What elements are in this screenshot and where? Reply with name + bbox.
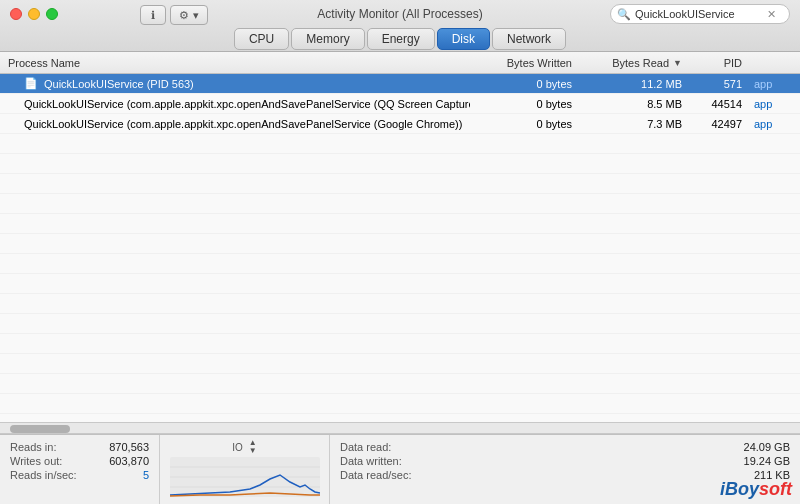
table-row-empty bbox=[0, 194, 800, 214]
sort-arrow-icon: ▼ bbox=[673, 58, 682, 68]
app-title: Activity Monitor (All Processes) bbox=[317, 7, 482, 21]
table-row[interactable]: QuickLookUIService (com.apple.appkit.xpc… bbox=[0, 114, 800, 134]
stats-row-data-written: Data written: 19.24 GB bbox=[340, 455, 790, 467]
data-read-value: 24.09 GB bbox=[744, 441, 790, 453]
watermark-soft: soft bbox=[759, 479, 792, 500]
tab-disk[interactable]: Disk bbox=[437, 28, 490, 50]
stats-row-writes-out: Writes out: 603,870 bbox=[10, 455, 149, 467]
tab-cpu[interactable]: CPU bbox=[234, 28, 289, 50]
titlebar: ℹ ⚙ ▾ Activity Monitor (All Processes) 🔍… bbox=[0, 0, 800, 52]
cell-bytes-written: 0 bytes bbox=[470, 118, 580, 130]
data-read-label: Data read: bbox=[340, 441, 391, 453]
cell-pid: 42497 bbox=[690, 118, 750, 130]
watermark: i Boysoft bbox=[720, 479, 792, 500]
table-row-empty bbox=[0, 374, 800, 394]
table-row-empty bbox=[0, 254, 800, 274]
table-row[interactable]: QuickLookUIService (com.apple.appkit.xpc… bbox=[0, 94, 800, 114]
col-header-process[interactable]: Process Name bbox=[0, 57, 470, 69]
data-written-value: 19.24 GB bbox=[744, 455, 790, 467]
col-header-bytes-written[interactable]: Bytes Written bbox=[470, 57, 580, 69]
minimize-button[interactable] bbox=[28, 8, 40, 20]
file-icon: 📄 bbox=[24, 77, 38, 90]
data-written-label: Data written: bbox=[340, 455, 402, 467]
gear-icon: ⚙ ▾ bbox=[179, 9, 198, 22]
chart-stepper[interactable]: ▲ ▼ bbox=[249, 439, 257, 455]
chart-area: IO ▲ ▼ bbox=[160, 435, 330, 504]
reads-per-sec-label: Reads in/sec: bbox=[10, 469, 77, 481]
cell-bytes-written: 0 bytes bbox=[470, 78, 580, 90]
search-bar: 🔍 ✕ bbox=[610, 4, 790, 24]
table-row-empty bbox=[0, 274, 800, 294]
info-button[interactable]: ℹ bbox=[140, 5, 166, 25]
data-read-per-sec-label: Data read/sec: bbox=[340, 469, 412, 481]
cell-bytes-read: 8.5 MB bbox=[580, 98, 690, 110]
chart-label: IO bbox=[232, 442, 243, 453]
stats-row-data-read: Data read: 24.09 GB bbox=[340, 441, 790, 453]
search-icon: 🔍 bbox=[617, 8, 631, 21]
cell-kind: app bbox=[750, 118, 800, 130]
maximize-button[interactable] bbox=[46, 8, 58, 20]
close-button[interactable] bbox=[10, 8, 22, 20]
cell-pid: 571 bbox=[690, 78, 750, 90]
table-row-empty bbox=[0, 354, 800, 374]
table-row-empty bbox=[0, 314, 800, 334]
watermark-boysoft: Boy bbox=[725, 479, 759, 500]
window-controls bbox=[0, 8, 58, 20]
cell-kind: app bbox=[750, 98, 800, 110]
table-header: Process Name Bytes Written Bytes Read ▼ … bbox=[0, 52, 800, 74]
table-row-empty bbox=[0, 154, 800, 174]
cell-bytes-written: 0 bytes bbox=[470, 98, 580, 110]
table-row-empty bbox=[0, 234, 800, 254]
reads-in-label: Reads in: bbox=[10, 441, 56, 453]
table-row-empty bbox=[0, 134, 800, 154]
cell-bytes-read: 11.2 MB bbox=[580, 78, 690, 90]
tab-network[interactable]: Network bbox=[492, 28, 566, 50]
table-container: Process Name Bytes Written Bytes Read ▼ … bbox=[0, 52, 800, 422]
table-row-empty bbox=[0, 214, 800, 234]
reads-per-sec-value: 5 bbox=[143, 469, 149, 481]
table-body: 📄 QuickLookUIService (PID 563) 0 bytes 1… bbox=[0, 74, 800, 422]
toolbar-buttons: ℹ ⚙ ▾ bbox=[130, 5, 208, 25]
cell-bytes-read: 7.3 MB bbox=[580, 118, 690, 130]
tab-bar: CPU Memory Energy Disk Network bbox=[234, 27, 566, 51]
table-row-empty bbox=[0, 414, 800, 422]
tab-energy[interactable]: Energy bbox=[367, 28, 435, 50]
scrollbar-thumb[interactable] bbox=[10, 425, 70, 433]
stats-row-reads-in: Reads in: 870,563 bbox=[10, 441, 149, 453]
table-row-empty bbox=[0, 174, 800, 194]
io-chart bbox=[170, 457, 320, 497]
chart-label-row: IO ▲ ▼ bbox=[232, 439, 256, 455]
reads-in-value: 870,563 bbox=[109, 441, 149, 453]
writes-out-value: 603,870 bbox=[109, 455, 149, 467]
col-header-bytes-read[interactable]: Bytes Read ▼ bbox=[580, 57, 690, 69]
writes-out-label: Writes out: bbox=[10, 455, 62, 467]
horizontal-scrollbar[interactable] bbox=[0, 422, 800, 434]
info-icon: ℹ bbox=[151, 9, 155, 22]
table-row-empty bbox=[0, 394, 800, 414]
titlebar-top: ℹ ⚙ ▾ Activity Monitor (All Processes) 🔍… bbox=[0, 0, 800, 27]
cell-process: QuickLookUIService (com.apple.appkit.xpc… bbox=[0, 98, 470, 110]
search-input[interactable] bbox=[635, 8, 765, 20]
cell-kind: app bbox=[750, 78, 800, 90]
table-row[interactable]: 📄 QuickLookUIService (PID 563) 0 bytes 1… bbox=[0, 74, 800, 94]
col-header-pid[interactable]: PID bbox=[690, 57, 750, 69]
table-row-empty bbox=[0, 334, 800, 354]
cell-process: 📄 QuickLookUIService (PID 563) bbox=[0, 77, 470, 90]
stats-left: Reads in: 870,563 Writes out: 603,870 Re… bbox=[0, 435, 160, 504]
tab-memory[interactable]: Memory bbox=[291, 28, 364, 50]
bottom-panel: Reads in: 870,563 Writes out: 603,870 Re… bbox=[0, 434, 800, 504]
clear-search-button[interactable]: ✕ bbox=[767, 8, 776, 21]
stats-row-reads-per-sec: Reads in/sec: 5 bbox=[10, 469, 149, 481]
table-row-empty bbox=[0, 294, 800, 314]
gear-button[interactable]: ⚙ ▾ bbox=[170, 5, 208, 25]
cell-process: QuickLookUIService (com.apple.appkit.xpc… bbox=[0, 118, 470, 130]
cell-pid: 44514 bbox=[690, 98, 750, 110]
